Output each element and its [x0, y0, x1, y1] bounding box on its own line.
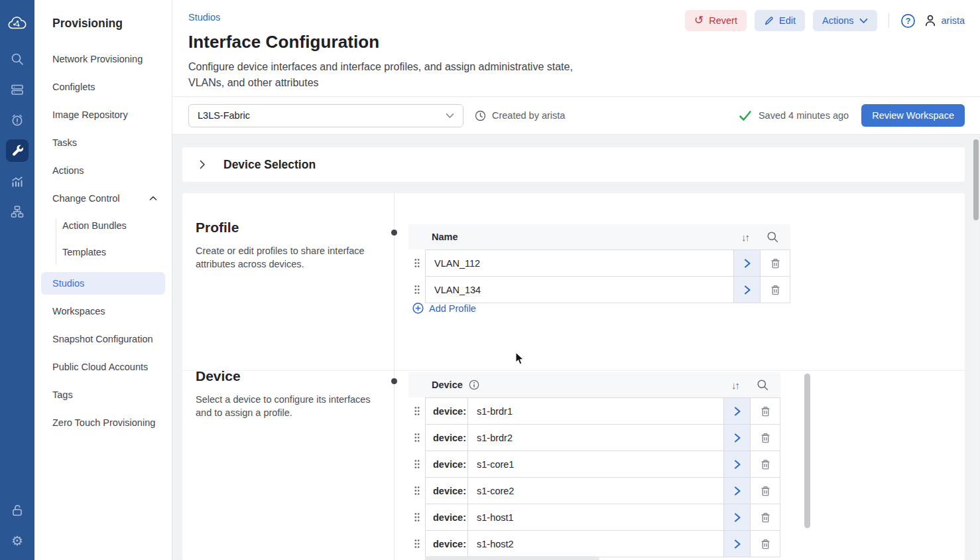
drag-handle-icon[interactable] — [408, 451, 425, 478]
profile-title: Profile — [196, 220, 385, 236]
sidebar-nav-item-label: Templates — [62, 247, 106, 257]
left-icon-rail: ⚙ — [0, 0, 34, 560]
devices-icon[interactable] — [6, 78, 29, 101]
chevron-right-icon[interactable] — [200, 160, 206, 169]
drag-handle-icon[interactable] — [408, 477, 425, 504]
add-profile-button[interactable]: Add Profile — [412, 303, 476, 314]
dashboards-icon[interactable] — [6, 170, 29, 192]
sidebar-nav-item-label: Change Control — [52, 193, 120, 204]
open-row-button[interactable] — [723, 451, 750, 477]
user-menu[interactable]: arista — [924, 14, 965, 27]
subnav-guide-line — [56, 219, 56, 264]
sidebar-nav-item[interactable]: Snapshot Configuration — [34, 325, 172, 353]
device-table-row: device: s1-core1 — [408, 451, 780, 478]
delete-row-button[interactable] — [750, 478, 780, 504]
open-row-button[interactable] — [733, 277, 760, 303]
chevron-right-icon — [733, 433, 742, 443]
device-name-cell[interactable]: s1-brdr1 — [468, 398, 723, 424]
sidebar-nav-item-label: Tasks — [52, 137, 77, 148]
workspace-status: Saved 4 minutes ago Review Workspace — [739, 104, 965, 127]
sidebar-nav-item[interactable]: Zero Touch Provisioning — [34, 409, 172, 437]
drag-handle-icon[interactable] — [408, 504, 425, 531]
edit-button[interactable]: Edit — [755, 10, 805, 31]
chevron-right-icon — [733, 459, 742, 470]
open-row-button[interactable] — [723, 531, 750, 557]
device-tag-label: device: — [426, 504, 468, 530]
device-selection-section[interactable]: Device Selection — [182, 147, 965, 182]
sidebar-nav-item[interactable]: Configlets — [34, 73, 172, 101]
device-name-cell[interactable]: s1-host1 — [468, 504, 723, 530]
device-name-cell[interactable]: s1-brdr2 — [468, 425, 723, 451]
content-area: Device Selection Profile Create or edit … — [172, 135, 980, 560]
provisioning-wrench-icon[interactable] — [6, 139, 29, 162]
sidebar-nav-item[interactable]: Actions — [34, 157, 172, 184]
device-name-cell[interactable]: s1-host2 — [468, 531, 723, 557]
chevron-down-icon — [446, 113, 454, 119]
sidebar-nav-item[interactable]: Network Provisioning — [34, 45, 172, 73]
delete-row-button[interactable] — [760, 250, 790, 276]
sidebar-nav-item[interactable]: Workspaces — [34, 297, 172, 325]
profile-name-cell[interactable]: VLAN_134 — [426, 277, 733, 303]
chevron-down-icon — [859, 18, 868, 24]
open-row-button[interactable] — [723, 398, 750, 424]
sort-icon[interactable]: ↓↑ — [741, 232, 749, 243]
search-icon[interactable] — [6, 48, 29, 70]
topology-icon[interactable] — [6, 200, 29, 223]
search-icon[interactable] — [766, 231, 778, 243]
delete-row-button[interactable] — [760, 277, 790, 303]
review-workspace-button[interactable]: Review Workspace — [861, 104, 965, 127]
settings-gear-icon[interactable]: ⚙ — [6, 529, 29, 552]
sidebar-nav-item[interactable]: Studios — [41, 272, 165, 295]
device-name-cell[interactable]: s1-core2 — [468, 478, 723, 504]
profile-table-row: VLAN_134 — [408, 276, 790, 303]
delete-row-button[interactable] — [750, 451, 780, 477]
open-row-button[interactable] — [723, 425, 750, 451]
sidebar-nav-item-label: Image Repository — [52, 109, 128, 120]
search-icon[interactable] — [757, 379, 768, 391]
username: arista — [942, 15, 965, 26]
revert-button[interactable]: ↺ Revert — [685, 10, 747, 31]
clock-icon — [475, 110, 486, 121]
delete-row-button[interactable] — [750, 425, 780, 451]
delete-row-button[interactable] — [750, 504, 780, 530]
drag-handle-icon[interactable] — [408, 530, 425, 557]
page-scrollbar-thumb[interactable] — [973, 139, 979, 220]
drag-handle-icon[interactable] — [408, 249, 425, 277]
help-button[interactable]: ? — [900, 13, 916, 29]
drag-handle-icon[interactable] — [408, 276, 425, 303]
events-icon[interactable] — [6, 109, 29, 131]
breadcrumb[interactable]: Studios — [188, 12, 220, 23]
unlock-icon[interactable] — [6, 499, 29, 522]
open-row-button[interactable] — [733, 250, 760, 276]
device-description: Select a device to configure its interfa… — [196, 393, 385, 419]
plus-circle-icon — [412, 303, 424, 314]
delete-row-button[interactable] — [750, 398, 780, 424]
sidebar-nav-item-label: Actions — [52, 165, 84, 176]
open-row-button[interactable] — [723, 478, 750, 504]
sidebar-nav-item[interactable]: Tasks — [34, 129, 172, 157]
page-scrollbar — [972, 136, 979, 560]
check-icon — [739, 110, 752, 121]
sidebar-nav-item-label: Action Bundles — [62, 220, 127, 231]
workspace-select[interactable]: L3LS-Fabric — [188, 104, 463, 127]
actions-button[interactable]: Actions — [813, 10, 877, 31]
open-row-button[interactable] — [723, 504, 750, 530]
page-title: Interface Configuration — [188, 32, 980, 52]
sort-icon[interactable]: ↓↑ — [731, 380, 739, 391]
cloudvision-logo-icon[interactable] — [6, 12, 29, 35]
sidebar-nav-item[interactable]: Public Cloud Accounts — [34, 353, 172, 381]
profile-name-cell[interactable]: VLAN_112 — [426, 250, 733, 276]
sidebar-nav-item[interactable]: Image Repository — [34, 101, 172, 129]
device-table-scrollbar[interactable] — [804, 374, 810, 528]
sidebar-nav-item-label: Studios — [52, 278, 84, 289]
drag-handle-icon[interactable] — [408, 424, 425, 451]
sidebar-nav-item[interactable]: Tags — [34, 381, 172, 409]
device-section-header: Device Select a device to configure its … — [196, 368, 385, 419]
workspace-bar: L3LS-Fabric Created by arista — [172, 96, 980, 135]
device-name-cell[interactable]: s1-core1 — [468, 451, 723, 477]
delete-row-button[interactable] — [750, 531, 780, 557]
info-icon[interactable] — [469, 380, 479, 390]
sidebar-nav-item[interactable]: Change Control — [34, 184, 172, 212]
drag-handle-icon[interactable] — [408, 397, 425, 425]
question-circle-icon: ? — [900, 13, 916, 29]
